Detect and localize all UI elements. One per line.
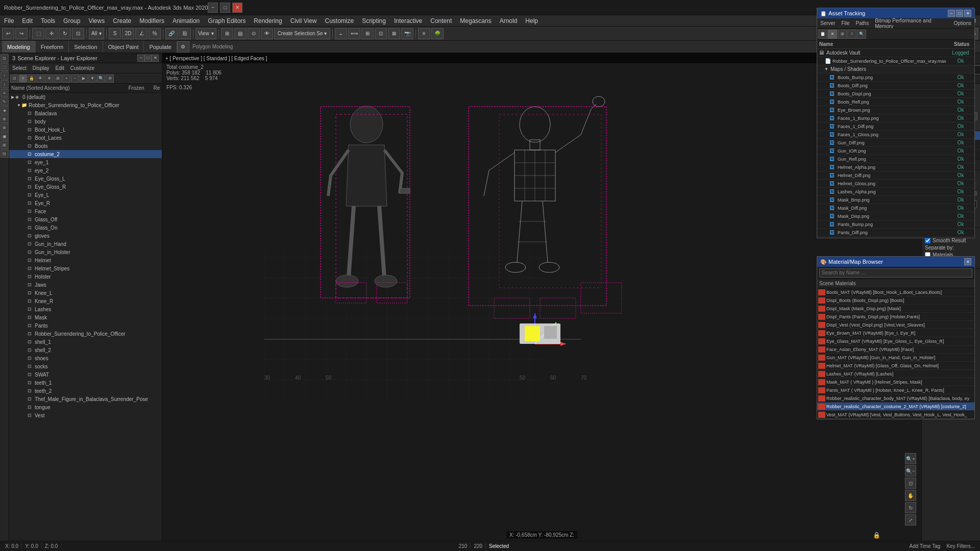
snapshot-btn[interactable]: 📷 [401,28,413,39]
at-item-Boots_Bump-png[interactable]: 🖼 Boots_Bump.png Ok [817,73,974,82]
at-menu-bitmap-perf[interactable]: Bitmap Performance and Memory [872,18,950,28]
at-item-Boots_Diff-png[interactable]: 🖼 Boots_Diff.png Ok [817,82,974,90]
menu-rendering[interactable]: Rendering [250,15,286,26]
tab-freeform[interactable]: Freeform [36,41,69,53]
add-time-tag[interactable]: Add Time Tag [906,543,943,549]
redo-button[interactable]: ↪ [15,28,28,39]
mirror-btn[interactable]: ⟺ [348,28,360,39]
tree-item-thef_male_figure_in_balaclava_surrender_pose[interactable]: ⊡ Thef_Male_Figure_in_Balaclava_Surrende… [9,395,162,403]
at-menu-server[interactable]: Server [817,18,838,28]
menu-file[interactable]: File [0,15,18,26]
tree-item-vest[interactable]: ⊡ Vest [9,411,162,419]
mb-item-displ_vest[interactable]: Displ_Vest (Vest_Displ.png) [Vest,Vest_S… [817,321,974,329]
mb-item-boots_mat[interactable]: Boots_MAT (VRayMtl) [Boot_Hook_L,Boot_La… [817,288,974,296]
se-tb-collapse[interactable]: ▼ [88,74,96,83]
spacing-btn[interactable]: ⊠ [388,28,400,39]
tree-item-lashes[interactable]: ⊡ Lashes [9,305,162,313]
tab-selection[interactable]: Selection [69,41,103,53]
left-icon-2[interactable]: ⬚ [1,63,9,71]
menu-tools[interactable]: Tools [37,15,59,26]
mb-item-face_asian_ebony_mat[interactable]: Face_Asian_Ebony_MAT (VRayMtl) [Face] [817,345,974,354]
menu-help[interactable]: Help [521,15,542,26]
tree-item-face[interactable]: ⊡ Face [9,207,162,215]
at-item-Helmet_Alpha-png[interactable]: 🖼 Helmet_Alpha.png Ok [817,163,974,171]
zoom-extents-button[interactable]: ⊡ [905,478,916,489]
undo-button[interactable]: ↩ [2,28,14,39]
reference-dropdown[interactable]: All ▾ [89,28,104,39]
se-tb-del-layer[interactable]: − [71,74,79,83]
se-tb-parent[interactable]: ⊞ [54,74,62,83]
main-viewport[interactable]: + [ Perspective ] [ Standard ] [ Edged F… [162,53,921,541]
at-item-Gun_Diff-png[interactable]: 🖼 Gun_Diff.png Ok [817,139,974,147]
left-icon-6[interactable]: ✎ [1,97,9,106]
scale-tool[interactable]: ⊡ [72,28,84,39]
maximize-vp-button[interactable]: ⤢ [905,514,916,525]
at-item-Eye_Brown-png[interactable]: 🖼 Eye_Brown.png Ok [817,106,974,114]
align-btn[interactable]: ⫠ [335,28,347,39]
at-item-Lashes_Alpha-png[interactable]: 🖼 Lashes_Alpha.png Ok [817,188,974,196]
mb-close-button[interactable]: ✕ [964,258,971,265]
menu-graph-editors[interactable]: Graph Editors [204,15,250,26]
tree-item-teeth_1[interactable]: ⊡ teeth_1 [9,379,162,387]
se-close-button[interactable]: ✕ [152,55,159,62]
at-item-vault[interactable]: 🏛 Autodesk Vault Logged [817,49,974,57]
snap-angle[interactable]: ∠ [135,28,148,39]
tree-item-jaws[interactable]: ⊡ Jaws [9,281,162,289]
tree-item-pants[interactable]: ⊡ Pants [9,321,162,330]
tree-item-shell_2[interactable]: ⊡ shell_2 [9,346,162,354]
move-tool[interactable]: ✛ [45,28,58,39]
at-section-maps[interactable]: ▼ Maps / Shaders [817,65,974,73]
at-tb-4[interactable]: ? [847,30,856,39]
key-filters[interactable]: Key Filters... [943,543,978,549]
menu-edit[interactable]: Edit [18,15,37,26]
tree-item-holster[interactable]: ⊡ Holster [9,272,162,281]
left-icon-11[interactable]: ⊞ [1,141,9,149]
at-menu-options[interactable]: Options [951,18,974,28]
se-tb-search[interactable]: 🔍 [97,74,105,83]
at-item-Pants_Bump-png[interactable]: 🖼 Pants_Bump.png Ok [817,220,974,229]
mb-item-lashes_mat[interactable]: Lashes_MAT (VRayMtl) [Lashes] [817,370,974,378]
tree-item-helmet_stripes[interactable]: ⊡ Helmet_Stripes [9,264,162,272]
tree-item-knee_l[interactable]: ⊡ Knee_L [9,289,162,297]
se-tb-expand[interactable]: ▶ [80,74,88,83]
at-item-Faces_1_Bump-png[interactable]: 🖼 Faces_1_Bump.png Ok [817,114,974,122]
tree-item-eye_gloss_r[interactable]: ⊡ Eye_Gloss_R [9,183,162,191]
se-tb-select-all[interactable]: ⊡ [10,74,18,83]
tree-item-0-(default)[interactable]: ▶ ◈ 0 (default) [9,93,162,101]
mb-item-displ_pants[interactable]: Displ_Pants (Pants_Displ.png) [Holster,P… [817,313,974,321]
menu-views[interactable]: Views [84,15,109,26]
viewport-lock-icon[interactable]: 🔒 [873,532,880,539]
se-menu-display[interactable]: Display [30,63,53,73]
tree-item-gun_in_hand[interactable]: ⊡ Gun_in_Hand [9,240,162,248]
mb-item-eye_brown_mat[interactable]: Eye_Brown_MAT (VRayMtl) [Eye_I, Eye_R] [817,329,974,337]
snap-2d[interactable]: 2D [122,28,134,39]
hide-sel[interactable]: 👁 [261,28,273,39]
pan-button[interactable]: ✋ [905,490,916,501]
menu-civil-view[interactable]: Civil View [286,15,321,26]
link-btn[interactable]: 🔗 [165,28,178,39]
at-item-Mask_Disp-png[interactable]: 🖼 Mask_Disp.png Ok [817,212,974,220]
named-sel[interactable]: ▤ [234,28,247,39]
zoom-out-button[interactable]: 🔍− [905,465,916,477]
mb-item-helmet_mat[interactable]: Helmet_MAT (VRayMtl) [Glass_Off, Glass_O… [817,362,974,370]
menu-content[interactable]: Content [426,15,456,26]
snap-percent[interactable]: % [149,28,161,39]
se-menu-select[interactable]: Select [9,63,30,73]
mb-item-gun_mat[interactable]: Gun_MAT (VRayMtl) [Gun_in_Hand, Gun_in_H… [817,354,974,362]
mb-item-eye_glass_mat[interactable]: Eye_Glass_MAT (VRayMtl) [Eye_Gloss_L, Ey… [817,337,974,345]
scene-exp[interactable]: 🌳 [431,28,444,39]
tree-item-eye_l[interactable]: ⊡ Eye_L [9,191,162,199]
at-item-Pants_Displ-png[interactable]: 🖼 Pants_Displ.png Ok [817,237,974,238]
se-menu-edit[interactable]: Edit [53,63,67,73]
tree-item-mask[interactable]: ⊡ Mask [9,313,162,321]
at-item-main-file[interactable]: 📄 Robber_Surrendering_to_Police_Officer_… [817,57,974,65]
at-item-Gun_Refl-png[interactable]: 🖼 Gun_Refl.png Ok [817,155,974,163]
se-tb-lock[interactable]: 🔒 [28,74,36,83]
orbit-button[interactable]: ↻ [905,502,916,513]
at-item-Helmet_Diff-png[interactable]: 🖼 Helmet_Diff.png Ok [817,171,974,180]
tree-item-swat[interactable]: ⊡ SWAT [9,370,162,379]
se-tb-options[interactable]: ⚙ [106,74,114,83]
tree-item-robber_surrendering_to_police_officer[interactable]: ⊡ Robber_Surrendering_to_Police_Officer [9,330,162,338]
at-item-Faces_1_Gloss-png[interactable]: 🖼 Faces_1_Gloss.png Ok [817,131,974,139]
at-item-Boots_Displ-png[interactable]: 🖼 Boots_Displ.png Ok [817,90,974,98]
